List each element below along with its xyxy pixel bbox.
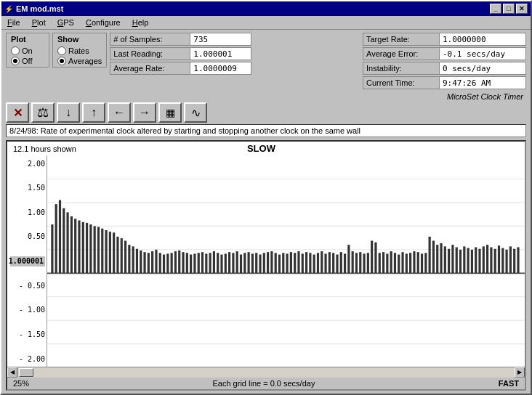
svg-rect-99 xyxy=(394,253,396,273)
show-rates-radio[interactable] xyxy=(57,46,66,55)
svg-rect-62 xyxy=(251,253,254,273)
svg-rect-67 xyxy=(270,251,273,273)
menu-configure[interactable]: Configure xyxy=(83,17,124,28)
right-button[interactable]: → xyxy=(133,102,156,123)
time-value: 9:47:26 AM xyxy=(439,76,526,89)
svg-rect-126 xyxy=(498,245,500,273)
close-button[interactable]: ✕ xyxy=(516,4,528,14)
svg-rect-28 xyxy=(121,238,123,273)
toolbar-buttons: ✕ ⚖ ↓ ↑ ← → ▦ ∿ xyxy=(1,101,531,124)
svg-rect-32 xyxy=(136,249,138,274)
plot-on-radio[interactable] xyxy=(11,46,20,55)
chart-area: 2.00 1.50 1.00 0.50 1.000001 - 0.50 - 1.… xyxy=(7,155,525,367)
svg-rect-100 xyxy=(398,255,400,274)
plot-on-row[interactable]: On xyxy=(11,46,44,55)
y-label-050: 0.50 xyxy=(10,232,45,242)
time-label: Current Time: xyxy=(363,76,439,89)
scroll-thumb[interactable] xyxy=(19,368,33,377)
show-averages-row[interactable]: Averages xyxy=(57,57,102,65)
up-button[interactable]: ↑ xyxy=(82,102,105,123)
y-axis: 2.00 1.50 1.00 0.50 1.000001 - 0.50 - 1.… xyxy=(7,155,47,367)
svg-rect-25 xyxy=(109,232,111,273)
svg-rect-39 xyxy=(163,255,165,274)
svg-rect-38 xyxy=(159,253,161,273)
svg-rect-109 xyxy=(432,241,435,274)
show-section: Show Rates Averages xyxy=(52,33,107,68)
bar-button[interactable]: ▦ xyxy=(158,102,182,123)
samples-row: # of Samples: 735 xyxy=(110,33,360,46)
plot-section: Plot On Off xyxy=(6,33,49,68)
svg-rect-91 xyxy=(363,253,365,273)
show-rates-row[interactable]: Rates xyxy=(57,46,102,55)
minimize-button[interactable]: _ xyxy=(490,4,501,14)
scale-button[interactable]: ⚖ xyxy=(31,102,55,123)
svg-rect-81 xyxy=(324,253,326,273)
svg-rect-107 xyxy=(424,253,427,273)
svg-rect-105 xyxy=(417,252,419,273)
svg-rect-117 xyxy=(463,246,465,273)
svg-rect-77 xyxy=(309,253,311,273)
svg-rect-111 xyxy=(440,243,442,273)
samples-label: # of Samples: xyxy=(110,33,190,46)
zoom-level: 25% xyxy=(13,379,29,388)
svg-rect-51 xyxy=(209,253,211,273)
scroll-left-button[interactable]: ◀ xyxy=(7,367,17,378)
right-stats-section: Target Rate: 1.0000000 Average Error: -0… xyxy=(363,33,526,101)
stats-section: # of Samples: 735 Last Reading: 1.000001… xyxy=(110,33,360,75)
window-title-text: EM mod.mst xyxy=(16,4,63,13)
menu-plot[interactable]: Plot xyxy=(29,17,49,28)
svg-rect-52 xyxy=(213,251,215,273)
svg-rect-120 xyxy=(475,247,477,273)
delete-button[interactable]: ✕ xyxy=(6,102,29,123)
svg-rect-20 xyxy=(89,224,92,273)
svg-rect-66 xyxy=(267,252,269,273)
window-controls: _ □ ✕ xyxy=(490,4,528,14)
scroll-track[interactable] xyxy=(17,367,515,378)
svg-rect-42 xyxy=(174,251,177,273)
svg-rect-75 xyxy=(302,253,304,273)
window-icon: ⚡ xyxy=(4,5,13,13)
menu-gps[interactable]: GPS xyxy=(55,17,77,28)
plot-off-row[interactable]: Off xyxy=(11,57,44,65)
show-averages-radio[interactable] xyxy=(57,57,66,65)
grid-info: Each grid line = 0.0 secs/day xyxy=(212,379,315,388)
svg-rect-124 xyxy=(490,247,492,273)
svg-rect-44 xyxy=(182,252,184,273)
y-label-n050: - 0.50 xyxy=(10,280,45,290)
scroll-right-button[interactable]: ▶ xyxy=(515,367,525,378)
svg-rect-58 xyxy=(236,251,238,273)
svg-rect-43 xyxy=(178,251,180,273)
status-bar: 8/24/98: Rate of experimental clock alte… xyxy=(6,124,526,137)
svg-rect-47 xyxy=(193,253,196,273)
svg-rect-128 xyxy=(506,250,508,273)
svg-rect-131 xyxy=(517,247,519,273)
main-window: ⚡ EM mod.mst _ □ ✕ File Plot GPS Configu… xyxy=(0,0,532,395)
svg-rect-11 xyxy=(55,204,57,273)
svg-rect-35 xyxy=(148,253,150,273)
down-button[interactable]: ↓ xyxy=(57,102,80,123)
menu-file[interactable]: File xyxy=(4,17,23,28)
svg-rect-16 xyxy=(74,219,76,273)
svg-rect-74 xyxy=(297,251,299,273)
menu-bar: File Plot GPS Configure Help xyxy=(1,16,531,30)
svg-rect-97 xyxy=(386,253,388,273)
svg-rect-61 xyxy=(248,252,250,273)
menu-help[interactable]: Help xyxy=(129,17,152,28)
svg-rect-116 xyxy=(459,250,462,273)
svg-rect-19 xyxy=(86,223,88,273)
svg-rect-30 xyxy=(128,245,130,273)
horizontal-scrollbar[interactable]: ◀ ▶ xyxy=(7,367,525,377)
maximize-button[interactable]: □ xyxy=(503,4,515,14)
target-value: 1.0000000 xyxy=(439,33,526,46)
left-button[interactable]: ← xyxy=(108,102,131,123)
chart-plot xyxy=(47,155,525,367)
plot-on-label: On xyxy=(22,46,33,55)
svg-rect-103 xyxy=(409,253,411,273)
wave-button[interactable]: ∿ xyxy=(184,102,207,123)
plot-off-radio[interactable] xyxy=(11,57,20,65)
reading-label: Last Reading: xyxy=(110,47,190,60)
svg-rect-54 xyxy=(220,255,222,274)
svg-rect-55 xyxy=(225,253,227,273)
svg-rect-95 xyxy=(379,253,381,273)
svg-rect-108 xyxy=(429,237,431,273)
